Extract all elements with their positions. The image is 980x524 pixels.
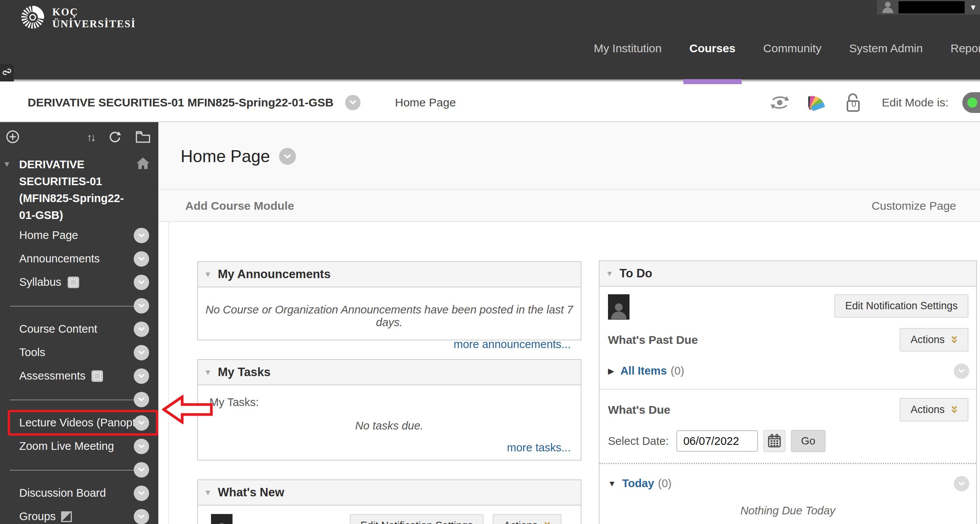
today-row[interactable]: ▼ Today (0)	[608, 477, 949, 490]
module-header[interactable]: ▼ My Tasks	[198, 360, 581, 385]
module-list-wrap: ▼ My Announcements No Course or Organiza…	[168, 222, 980, 524]
tab-community[interactable]: Community	[763, 42, 822, 55]
top-navigation: My Institution Courses Community System …	[594, 40, 980, 56]
menu-divider	[0, 388, 158, 411]
announcements-empty-text: No Course or Organization Announcements …	[198, 303, 581, 329]
edit-mode-on-dot	[967, 98, 977, 108]
edit-mode-label: Edit Mode is:	[882, 96, 948, 109]
actions-button[interactable]: Actions	[900, 398, 968, 421]
divider-options-chevron[interactable]	[134, 462, 149, 478]
module-header[interactable]: ▼ My Announcements	[198, 262, 581, 287]
divider-options-chevron[interactable]	[134, 298, 149, 313]
user-menu[interactable]: ▼	[877, 0, 980, 15]
folder-view-icon[interactable]	[135, 130, 151, 145]
double-chevron-down-icon	[544, 522, 551, 524]
item-options-chevron[interactable]	[134, 251, 149, 267]
sidebar-item-label: Home Page	[19, 229, 78, 242]
sidebar-item-assessments[interactable]: Assessments	[0, 364, 158, 388]
unlocked-padlock-icon[interactable]: 0	[844, 93, 864, 113]
all-items-count: (0)	[671, 365, 684, 377]
reorder-menu-icon[interactable]: ↑↓	[87, 131, 95, 144]
refresh-menu-icon[interactable]	[108, 129, 122, 146]
theme-palette-icon[interactable]	[808, 94, 826, 111]
item-options-chevron[interactable]	[134, 415, 149, 431]
page-title-row: Home Page	[181, 147, 296, 166]
sidebar-item-syllabus[interactable]: Syllabus	[0, 270, 158, 294]
item-options-chevron[interactable]	[134, 439, 149, 454]
edit-notification-settings-button[interactable]: Edit Notification Settings	[350, 514, 484, 524]
collapse-triangle-icon: ▼	[204, 488, 212, 497]
item-options-chevron[interactable]	[134, 275, 149, 290]
date-input[interactable]	[676, 430, 758, 452]
course-menu-chevron[interactable]	[345, 95, 360, 110]
to-do-module: ▼ To Do Edit Notification	[599, 260, 977, 524]
customize-page-button[interactable]: Customize Page	[872, 199, 956, 212]
koc-sunburst-logo-icon	[20, 5, 45, 32]
course-menu: Home Page Announcements Syllabus Course …	[0, 224, 158, 524]
sidebar-item-label: Groups	[19, 510, 56, 523]
tab-report[interactable]: Report	[950, 42, 980, 55]
today-link[interactable]: Today	[622, 477, 654, 490]
calendar-picker-button[interactable]	[763, 430, 786, 452]
sidebar-item-home-page[interactable]: Home Page	[0, 224, 158, 247]
sidebar-course-header[interactable]: ▼ DERIVATIVE SECURITIES-01 (MFIN825-Spri…	[3, 156, 154, 224]
item-options-chevron[interactable]	[134, 486, 149, 501]
item-options-chevron[interactable]	[134, 509, 149, 524]
page-title-chevron[interactable]	[279, 148, 296, 165]
edit-notification-settings-button[interactable]: Edit Notification Settings	[834, 294, 968, 318]
all-items-row[interactable]: ▶ All Items (0)	[608, 365, 949, 377]
sidebar-item-course-content[interactable]: Course Content	[0, 317, 158, 341]
tasks-empty-text: No tasks due.	[198, 420, 581, 432]
actions-button[interactable]: Actions	[900, 328, 968, 352]
sidebar-item-label: Zoom Live Meeting	[19, 440, 114, 453]
sidebar-item-lecture-videos-panopto[interactable]: Lecture Videos (Panopto)	[0, 411, 158, 434]
university-logo[interactable]: KOÇ ÜNİVERSİTESİ	[20, 5, 136, 32]
hidden-content-icon	[68, 277, 79, 288]
menu-divider	[0, 294, 158, 317]
tab-courses[interactable]: Courses	[689, 42, 736, 55]
whats-past-due-heading: What's Past Due	[608, 333, 698, 347]
tab-my-institution[interactable]: My Institution	[594, 42, 662, 55]
item-options-chevron[interactable]	[134, 228, 149, 243]
my-announcements-module: ▼ My Announcements No Course or Organiza…	[197, 261, 581, 340]
tab-system-admin[interactable]: System Admin	[849, 42, 923, 55]
hidden-content-icon	[91, 370, 103, 382]
sidebar-item-label: Lecture Videos (Panopto)	[19, 416, 145, 429]
row-options-chevron[interactable]	[954, 476, 969, 491]
hidden-tool-icon	[61, 511, 72, 522]
button-label: Actions	[910, 334, 945, 346]
item-options-chevron[interactable]	[134, 322, 149, 337]
user-avatar-icon	[882, 0, 894, 15]
module-header[interactable]: ▼ What's New	[198, 480, 581, 506]
sidebar-item-groups[interactable]: Groups	[0, 505, 158, 524]
quick-links-tab[interactable]	[0, 64, 14, 81]
sidebar-item-tools[interactable]: Tools	[0, 341, 158, 364]
sidebar-item-label: Course Content	[19, 323, 97, 335]
add-menu-item-icon[interactable]	[5, 129, 20, 146]
sidebar-item-discussion-board[interactable]: Discussion Board	[0, 481, 158, 505]
go-button[interactable]: Go	[791, 430, 826, 452]
more-tasks-link[interactable]: more tasks...	[198, 441, 581, 454]
button-label: Edit Notification Settings	[845, 300, 958, 312]
breadcrumb-current-page: Home Page	[395, 96, 456, 109]
module-columns: ▼ My Announcements No Course or Organiza…	[158, 222, 980, 524]
all-items-link[interactable]: All Items	[620, 365, 667, 377]
add-course-module-button[interactable]: Add Course Module	[185, 199, 294, 212]
sidebar-item-announcements[interactable]: Announcements	[0, 247, 158, 270]
user-avatar	[211, 514, 233, 524]
module-header[interactable]: ▼ To Do	[600, 261, 976, 287]
divider-options-chevron[interactable]	[134, 392, 149, 407]
university-logo-text: KOÇ ÜNİVERSİTESİ	[52, 6, 136, 30]
actions-button[interactable]: Actions	[493, 514, 561, 524]
item-options-chevron[interactable]	[134, 345, 149, 360]
sidebar-item-zoom-live-meeting[interactable]: Zoom Live Meeting	[0, 434, 158, 458]
row-options-chevron[interactable]	[954, 363, 969, 379]
sidebar-toolbar: ↑↓	[5, 130, 151, 145]
right-module-column: ▼ To Do Edit Notification	[599, 222, 977, 524]
item-options-chevron[interactable]	[134, 368, 149, 384]
home-icon	[135, 156, 151, 224]
sidebar-item-label: Discussion Board	[19, 487, 106, 499]
student-preview-icon[interactable]	[770, 95, 790, 111]
edit-mode-toggle[interactable]	[962, 92, 980, 113]
more-announcements-link[interactable]: more announcements...	[198, 338, 581, 351]
